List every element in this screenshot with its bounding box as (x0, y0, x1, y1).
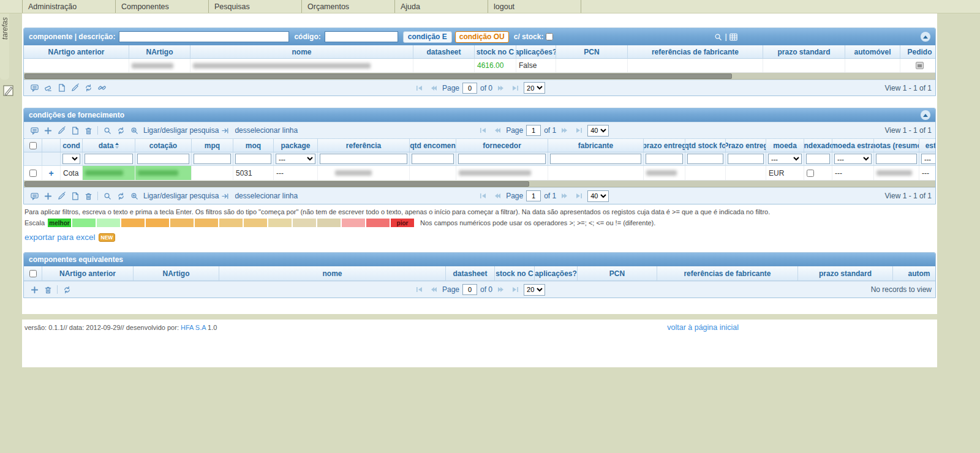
next-page-icon[interactable] (559, 125, 570, 135)
collapse-grid1-button[interactable] (921, 32, 930, 42)
filter-estado-select[interactable]: --- (921, 154, 936, 164)
col-datasheet[interactable]: datasheet (413, 45, 475, 58)
search-icon[interactable] (711, 32, 725, 42)
prev-page-icon[interactable] (492, 191, 503, 201)
col-cond[interactable]: cond (61, 139, 83, 152)
col-prazo-entrega[interactable]: prazo entreg (644, 139, 685, 152)
indexado-checkbox[interactable] (807, 170, 814, 177)
select-all-checkbox[interactable] (29, 142, 37, 149)
pedido-icon[interactable] (916, 62, 924, 69)
grid-view-icon[interactable] (727, 32, 741, 42)
grid2-hscroll-thumb[interactable] (24, 181, 529, 187)
first-page-icon[interactable] (414, 83, 425, 93)
trash-icon[interactable] (81, 191, 95, 201)
filter-moeda-estra-select[interactable]: --- (834, 154, 872, 164)
filter-notas-input[interactable] (876, 154, 917, 164)
col-nartigo[interactable]: NArtigo (134, 266, 219, 280)
select-all-checkbox[interactable] (29, 270, 37, 277)
back-home-link[interactable]: voltar à página inicial (667, 323, 739, 332)
search-icon[interactable] (100, 191, 114, 201)
deselect-row-link[interactable]: desselecionar linha (235, 192, 298, 200)
stock-checkbox[interactable] (546, 33, 553, 40)
add-row-icon[interactable] (28, 285, 41, 294)
col-moeda-estrangeira[interactable]: moeda estra (832, 139, 874, 152)
col-estado[interactable]: estado (919, 139, 936, 152)
col-nome[interactable]: nome (219, 266, 446, 280)
grid1-pagesize-select[interactable]: 20 (524, 82, 545, 94)
filter-cond-select[interactable] (62, 154, 80, 164)
col-select-all[interactable] (24, 139, 42, 152)
first-page-icon[interactable] (478, 125, 489, 135)
first-page-icon[interactable] (414, 285, 425, 294)
company-link[interactable]: HFA S.A (181, 324, 206, 331)
grid1-hscroll-thumb[interactable] (24, 73, 732, 79)
grid2-pagesize-select[interactable]: 40 (587, 125, 609, 137)
refresh-icon[interactable] (114, 191, 127, 201)
menu-item-componentes[interactable]: Componentes (116, 0, 209, 13)
col-pcn[interactable]: PCN (578, 266, 657, 280)
prev-page-icon[interactable] (492, 125, 503, 135)
col-automovel[interactable]: autom (893, 266, 936, 280)
toggle-search-icon[interactable] (127, 191, 141, 201)
sort-icons[interactable] (115, 143, 119, 149)
comment-icon[interactable] (28, 83, 41, 93)
menu-item-ajuda[interactable]: Ajuda (395, 0, 488, 13)
col-datasheet[interactable]: datasheet (446, 266, 495, 280)
col-indexado[interactable]: indexado (804, 139, 832, 152)
menu-item-administracao[interactable]: Administração (23, 0, 116, 13)
comment-icon[interactable] (28, 125, 41, 135)
pencil-icon[interactable] (55, 125, 68, 135)
filter-mpq-input[interactable] (194, 154, 231, 164)
col-aplicacoes[interactable]: aplicações? (516, 45, 556, 58)
cell-select[interactable] (24, 166, 42, 180)
deselect-row-icon[interactable] (219, 125, 232, 135)
col-nartigo[interactable]: NArtigo (129, 45, 190, 58)
toggle-search-link[interactable]: Ligar/desligar pesquisa (143, 192, 219, 200)
col-nartigo-anterior[interactable]: NArtigo anterior (42, 266, 134, 280)
filter-fabricante-input[interactable] (550, 154, 641, 164)
collapse-grid2-button[interactable] (921, 110, 930, 120)
filter-qtd-stock-input[interactable] (687, 154, 723, 164)
cell-pedido[interactable] (900, 59, 936, 72)
grid1-page-input[interactable] (462, 83, 477, 94)
trash-icon[interactable] (41, 285, 55, 294)
export-excel-link[interactable]: exportar para excel (24, 233, 96, 242)
col-automovel[interactable]: automóvel (845, 45, 900, 58)
eraser-icon[interactable] (41, 83, 55, 93)
col-fornecedor[interactable]: fornecedor (456, 139, 548, 152)
col-referencia[interactable]: referência (318, 139, 410, 152)
codigo-input[interactable] (325, 31, 398, 42)
condicao-ou-button[interactable]: condição OU (455, 31, 509, 43)
next-page-icon[interactable] (496, 285, 507, 294)
menu-item-logout[interactable]: logout (488, 0, 581, 13)
tasks-note-icon[interactable] (2, 83, 15, 97)
last-page-icon[interactable] (573, 191, 584, 201)
filter-prazo-input[interactable] (646, 154, 683, 164)
prev-page-icon[interactable] (428, 285, 439, 294)
pencil-icon[interactable] (68, 83, 81, 93)
condicao-e-button[interactable]: condição E (403, 31, 452, 43)
cell-expand[interactable]: + (42, 166, 61, 180)
link-icon[interactable] (95, 83, 108, 93)
col-qtd-stock[interactable]: qtd stock fo (685, 139, 726, 152)
pencil-icon[interactable] (55, 191, 68, 201)
first-page-icon[interactable] (478, 191, 489, 201)
col-notas[interactable]: notas (resumo (874, 139, 919, 152)
last-page-icon[interactable] (510, 83, 521, 93)
last-page-icon[interactable] (510, 285, 521, 294)
col-stock[interactable]: stock no C (475, 45, 516, 58)
col-package[interactable]: package (274, 139, 318, 152)
toggle-search-icon[interactable] (127, 125, 141, 135)
col-cotacao[interactable]: cotação (135, 139, 192, 152)
add-row-icon[interactable] (41, 125, 55, 135)
col-pedido[interactable]: Pedido (900, 45, 936, 58)
filter-data-input[interactable] (85, 154, 133, 164)
filter-moeda-select[interactable]: --- (768, 154, 802, 164)
grid-componente-data-row[interactable]: 4616.00 False (24, 59, 935, 73)
col-referencias[interactable]: referências de fabricante (657, 266, 798, 280)
grid1-hscrollbar[interactable] (24, 73, 935, 80)
toggle-search-link[interactable]: Ligar/desligar pesquisa (143, 126, 219, 135)
col-qtd-encomendada[interactable]: qtd encomen (410, 139, 456, 152)
document-icon[interactable] (68, 191, 81, 201)
filter-indexado-input[interactable] (806, 154, 830, 164)
